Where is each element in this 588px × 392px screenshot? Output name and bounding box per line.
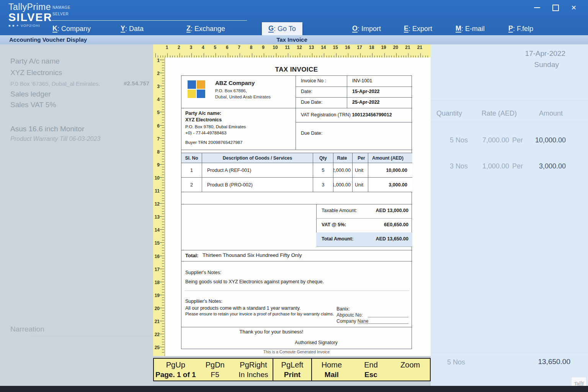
ruler-number: 10 bbox=[271, 45, 279, 50]
buyer-party-label: Party A/c name: bbox=[185, 111, 221, 116]
ruler-tick bbox=[162, 143, 164, 144]
toolbar-key-label: Zoom bbox=[400, 361, 420, 369]
ruler-number: 2 bbox=[175, 45, 183, 50]
menu-item-f-felp[interactable]: P: F.felp bbox=[508, 22, 533, 35]
grid-line bbox=[347, 76, 347, 108]
items-table-header: Sl. NoDescription of Goods / ServicesQty… bbox=[181, 153, 412, 163]
ruler-tick bbox=[162, 315, 164, 316]
menu-item-e-mail[interactable]: M: E-mail bbox=[456, 22, 485, 35]
total-words-label: Total: bbox=[185, 253, 198, 258]
app-window: TallyPrime SILVER ■ ■ ✦ VOP2!OHI NAMAGE … bbox=[0, 0, 588, 392]
due-date-empty-label: Due Date: bbox=[301, 131, 322, 136]
ruler-tick bbox=[162, 235, 164, 235]
ruler-tick bbox=[162, 193, 164, 193]
total-amount-value: 13,650.00 bbox=[538, 358, 570, 366]
ruler-tick bbox=[264, 53, 264, 57]
ruler-tick bbox=[162, 326, 164, 327]
items-cell: Product B (PRO-002) bbox=[202, 178, 313, 192]
menu-bar: K: CompanyY: DataZ: ExchangeG: Go ToO: I… bbox=[0, 22, 588, 35]
screen-title: Accounting Voucher Display bbox=[9, 36, 87, 43]
menu-item-company[interactable]: K: Company bbox=[52, 22, 91, 35]
bank-label: Banix: bbox=[336, 306, 350, 312]
menu-item-exchange[interactable]: Z: Exchange bbox=[186, 22, 225, 35]
ruler-tick bbox=[160, 190, 164, 191]
toolbar-button-pgdn[interactable]: PgDnF5 bbox=[196, 359, 234, 381]
menu-key: P bbox=[508, 25, 513, 33]
ruler-tick bbox=[167, 53, 168, 57]
ruler-number: 2 bbox=[153, 71, 160, 76]
ruler-number: 8 bbox=[247, 45, 255, 50]
ruler-tick bbox=[160, 216, 164, 217]
menu-item-export[interactable]: E: Export bbox=[404, 22, 432, 35]
ruler-tick bbox=[162, 266, 164, 266]
ruler-number: 4 bbox=[199, 45, 207, 50]
meta-label: Date: bbox=[301, 89, 312, 94]
preview-toolbar: PgUpPage. 1 of 1PgDnF5PgRightIn InchesPg… bbox=[153, 358, 431, 381]
toolbar-button-pgup[interactable]: PgUpPage. 1 of 1 bbox=[154, 359, 196, 381]
ruler-number: 19 bbox=[379, 45, 388, 50]
company-name: ABZ Company bbox=[215, 80, 255, 86]
ruler-tick bbox=[300, 53, 300, 57]
ruler-tick bbox=[160, 229, 164, 230]
print-preview-area: 12345678910111213141516171819202121 1234… bbox=[153, 44, 431, 386]
warranty-note-line2: Please ensure to retain your invoice a p… bbox=[185, 312, 334, 316]
grid-line bbox=[181, 327, 412, 327]
supplier-notes-text: Being goods sold to XYZ Electronics agai… bbox=[185, 279, 324, 284]
row-amount: 10,000.00 bbox=[523, 136, 566, 144]
toolbar-button-pgleft[interactable]: PgLeftPrint bbox=[273, 359, 311, 381]
vat-registration-label: VAT Registration (TRN) bbox=[301, 112, 351, 118]
toolbar-button-pgright[interactable]: PgRightIn Inches bbox=[234, 359, 273, 381]
ruler-number: 4 bbox=[153, 97, 160, 102]
toolbar-button-end[interactable]: EndEsc bbox=[351, 359, 391, 381]
ruler-tick bbox=[160, 112, 164, 112]
maximize-icon[interactable] bbox=[552, 5, 559, 11]
meta-label: Invoice No : bbox=[301, 78, 326, 83]
ruler-tick bbox=[162, 81, 164, 81]
ruler-number: 12 bbox=[295, 45, 304, 50]
ruler-tick bbox=[160, 138, 164, 139]
ruler-tick bbox=[162, 201, 164, 201]
menu-key: O bbox=[352, 25, 358, 33]
party-address-value: P.0 Box '67365, Dubal_al Emirates. bbox=[10, 80, 100, 87]
ruler-tick bbox=[162, 185, 164, 185]
ruler-tick bbox=[162, 62, 164, 63]
vat-registration: VAT Registration (TRN) 100123456799012 bbox=[301, 112, 392, 118]
menu-item-data[interactable]: Y: Data bbox=[121, 22, 144, 35]
ruler-number: 1 bbox=[163, 45, 171, 50]
row-rate: 1,000.00 bbox=[473, 162, 509, 170]
buyer-party-name: XYZ Electronics bbox=[185, 117, 222, 122]
vat-registration-value: 100123456799012 bbox=[352, 112, 392, 118]
close-icon[interactable]: ✕ bbox=[571, 5, 577, 11]
total-label: Total Amount: bbox=[322, 236, 353, 242]
ruler-tick bbox=[162, 287, 164, 287]
total-value: AED 13,650.00 bbox=[376, 236, 408, 242]
ruler-number: 14 bbox=[319, 45, 328, 50]
ruler-tick bbox=[162, 78, 164, 78]
items-table-row: 1Product A (REF-001)52,000.00Unit10,000.… bbox=[181, 163, 412, 178]
total-value: AED 13,000.00 bbox=[376, 208, 408, 213]
ruler-tick bbox=[162, 245, 164, 245]
menu-item-import[interactable]: O: Import bbox=[352, 22, 381, 35]
ruler-tick bbox=[162, 227, 164, 227]
items-table-row: 2Product B (PRO-002)31,000.00Unit3,000.0… bbox=[181, 178, 412, 192]
supplier-notes-label: Supplier's Notes: bbox=[185, 270, 221, 275]
ruler-number: 21 bbox=[403, 45, 412, 50]
menu-item-go-to[interactable]: G: Go To bbox=[262, 22, 302, 35]
toolbar-button-home[interactable]: HomeMail bbox=[312, 359, 351, 381]
ruler-number: 15 bbox=[331, 45, 340, 50]
panel-divider bbox=[431, 353, 588, 353]
ruler-tick bbox=[162, 276, 164, 277]
items-cell: Product A (REF-001) bbox=[202, 163, 313, 177]
menu-label: : F.felp bbox=[513, 25, 533, 33]
toolbar-button-zoom[interactable]: Zoom bbox=[390, 359, 430, 381]
items-header-cell: Amount (AED) bbox=[368, 153, 412, 163]
invoice-meta-row: Date:15-Apr-2022 bbox=[296, 87, 412, 97]
voucher-day: Sunday bbox=[534, 60, 559, 69]
ruler-tick bbox=[160, 256, 164, 256]
menu-key: E bbox=[404, 25, 408, 33]
total-quantity-value: 5 Nos bbox=[447, 358, 465, 366]
minimize-icon[interactable] bbox=[534, 7, 540, 8]
toolbar-key-label: End bbox=[364, 361, 378, 369]
ruler-tick bbox=[162, 88, 164, 89]
column-header-amount: Amount bbox=[539, 109, 563, 118]
